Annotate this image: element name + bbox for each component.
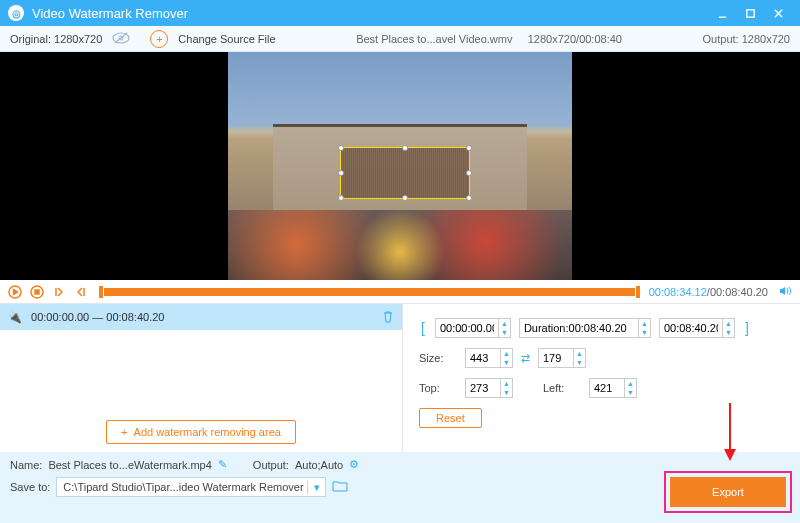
add-area-label: Add watermark removing area [134,426,281,438]
height-input[interactable]: ▲▼ [538,348,586,368]
left-label: Left: [543,382,581,394]
segment-start: 00:00:00.00 [31,311,89,323]
resize-handle[interactable] [338,145,344,151]
resize-handle[interactable] [402,195,408,201]
minimize-button[interactable] [708,0,736,26]
add-source-icon[interactable]: + [150,30,168,48]
name-label: Name: [10,459,42,471]
delete-segment-icon[interactable] [382,310,394,325]
top-label: Top: [419,382,457,394]
range-start-input[interactable]: ▲▼ [435,318,511,338]
output-settings-icon[interactable]: ⚙ [349,458,359,471]
toolbar: Original: 1280x720 + Change Source File … [0,26,800,52]
resize-handle[interactable] [402,145,408,151]
preview-toggle-icon[interactable] [112,32,130,46]
svg-line-6 [115,33,127,43]
duration-input[interactable]: ▲▼ [519,318,651,338]
resize-handle[interactable] [466,170,472,176]
file-dims: 1280x720/00:08:40 [528,33,622,45]
current-time: 00:08:34.12 [649,286,707,298]
open-folder-icon[interactable] [332,480,348,494]
original-dims: Original: 1280x720 [10,33,102,45]
resize-handle[interactable] [466,195,472,201]
save-path-value: C:\Tipard Studio\Tipar...ideo Watermark … [57,481,307,493]
bracket-left-icon[interactable]: [ [419,320,427,336]
play-button[interactable] [6,283,24,301]
watermark-selection[interactable] [340,147,470,199]
width-input[interactable]: ▲▼ [465,348,513,368]
range-end-input[interactable]: ▲▼ [659,318,735,338]
frame-back-button[interactable] [50,283,68,301]
reset-button[interactable]: Reset [419,408,482,428]
playbar: 00:08:34.12/00:08:40.20 [0,280,800,304]
svg-rect-1 [746,9,753,16]
titlebar: ◎ Video Watermark Remover [0,0,800,26]
size-label: Size: [419,352,457,364]
app-logo-icon: ◎ [8,5,24,21]
trim-start-handle[interactable] [98,285,104,299]
save-path-dropdown[interactable]: C:\Tipard Studio\Tipar...ideo Watermark … [56,477,326,497]
app-title: Video Watermark Remover [32,6,708,21]
properties-panel: [ ▲▼ ▲▼ ▲▼ ] Size: ▲▼ ⇄ ▲▼ Top: ▲▼ Left:… [403,304,800,452]
total-time: 00:08:40.20 [710,286,768,298]
segment-end: 00:08:40.20 [106,311,164,323]
edit-name-icon[interactable]: ✎ [218,458,227,471]
output-dims: Output: 1280x720 [703,33,790,45]
svg-rect-9 [35,290,39,294]
resize-handle[interactable] [338,170,344,176]
name-value: Best Places to...eWatermark.mp4 [48,459,211,471]
maximize-button[interactable] [736,0,764,26]
close-button[interactable] [764,0,792,26]
segment-item[interactable]: 🔌 00:00:00.00 — 00:08:40.20 [0,304,402,330]
add-area-button[interactable]: + Add watermark removing area [106,420,296,444]
segment-icon: 🔌 [8,311,22,323]
trim-end-handle[interactable] [635,285,641,299]
segments-panel: 🔌 00:00:00.00 — 00:08:40.20 + Add waterm… [0,304,403,452]
chevron-down-icon[interactable]: ▾ [307,481,325,494]
save-label: Save to: [10,481,50,493]
plus-icon: + [121,426,127,438]
resize-handle[interactable] [338,195,344,201]
timeline-slider[interactable] [100,288,639,296]
resize-handle[interactable] [466,145,472,151]
video-preview[interactable] [0,52,800,280]
bracket-right-icon[interactable]: ] [743,320,751,336]
file-name: Best Places to...avel Video.wmv [356,33,512,45]
output-label: Output: [253,459,289,471]
link-icon[interactable]: ⇄ [521,352,530,365]
top-input[interactable]: ▲▼ [465,378,513,398]
volume-icon[interactable] [778,284,794,300]
output-value: Auto;Auto [295,459,343,471]
change-source-button[interactable]: Change Source File [178,33,275,45]
left-input[interactable]: ▲▼ [589,378,637,398]
export-button[interactable]: Export [670,477,786,507]
frame-fwd-button[interactable] [72,283,90,301]
stop-button[interactable] [28,283,46,301]
